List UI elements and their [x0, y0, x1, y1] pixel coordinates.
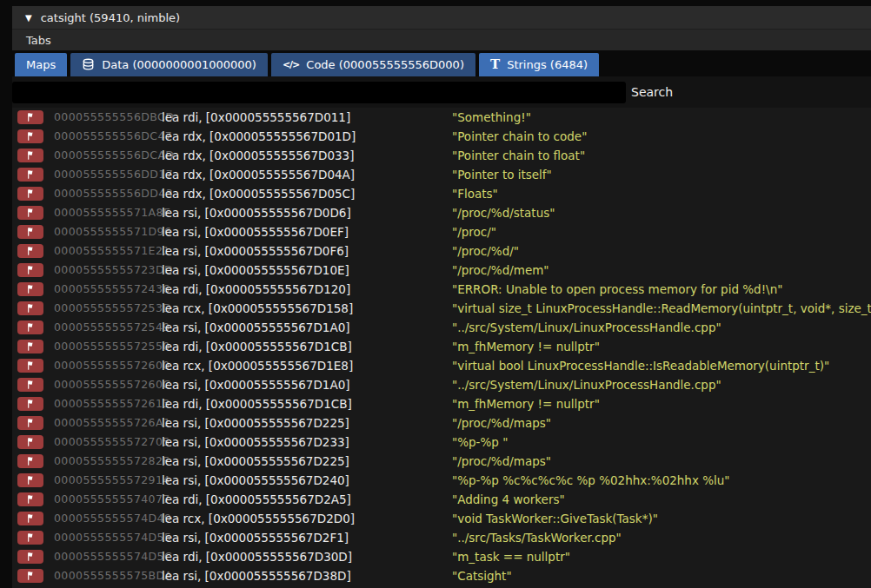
row-address: 000055555556DCAD: [54, 146, 174, 165]
row-instruction: lea rdi, [0x000055555567D2A5]: [162, 490, 351, 509]
flag-icon: [17, 301, 43, 315]
tab-data-label: Data (0000000001000000): [102, 58, 256, 71]
row-instruction: lea rdi, [0x000055555567D30D]: [162, 547, 352, 566]
row-string: "/proc/": [452, 222, 496, 241]
row-string: "virtual size_t LinuxProcessHandle::Read…: [452, 299, 871, 318]
flag-icon: [17, 378, 43, 392]
row-instruction: lea rdi, [0x000055555567D011]: [162, 108, 350, 127]
string-row[interactable]: 0000555555572705 lea rsi, [0x00005555556…: [12, 433, 871, 452]
string-row[interactable]: 0000555555572613 lea rdi, [0x00005555556…: [12, 394, 871, 413]
string-row[interactable]: 0000555555574D49 lea rcx, [0x00005555556…: [12, 509, 871, 528]
row-address: 0000555555572705: [54, 433, 170, 452]
string-row[interactable]: 0000555555572549 lea rsi, [0x00005555556…: [12, 318, 871, 337]
string-row[interactable]: 000055555556DCAD lea rdx, [0x00005555556…: [12, 146, 871, 165]
row-address: 0000555555572600: [54, 356, 170, 375]
flag-icon: [17, 512, 43, 525]
flag-icon: [17, 531, 43, 545]
collapse-triangle-icon[interactable]: ▼: [25, 13, 32, 23]
string-row[interactable]: 000055555556DD43 lea rdx, [0x00005555556…: [12, 184, 871, 203]
row-address: 000055555556DD43: [54, 184, 173, 203]
row-instruction: lea rdi, [0x000055555567D1CB]: [162, 394, 352, 413]
flag-icon: [17, 282, 43, 296]
tab-strip: Maps Data (0000000001000000) </> Code (0…: [12, 53, 871, 76]
row-string: "../src/System/Linux/LinuxProcessHandle.…: [452, 375, 721, 394]
string-row[interactable]: 0000555555572914 lea rsi, [0x00005555556…: [12, 471, 871, 490]
tab-code-label: Code (000055555556D000): [306, 58, 464, 71]
row-address: 0000555555572914: [54, 471, 170, 490]
flag-icon: [17, 225, 43, 239]
row-instruction: lea rcx, [0x000055555567D158]: [162, 299, 353, 318]
row-address: 0000555555571A8E: [54, 203, 170, 222]
string-row[interactable]: 0000555555571E21 lea rsi, [0x00005555556…: [12, 241, 871, 261]
tab-maps[interactable]: Maps: [15, 53, 67, 76]
row-string: "virtual bool LinuxProcessHandle::IsRead…: [452, 356, 829, 375]
row-string: "Adding 4 workers": [452, 490, 565, 509]
flag-icon: [17, 397, 43, 411]
row-address: 000055555557260C: [54, 375, 170, 394]
search-row: Search: [12, 76, 871, 108]
tab-data[interactable]: Data (0000000001000000): [70, 53, 268, 76]
flag-icon: [17, 340, 43, 353]
row-string: "m_fhMemory != nullptr": [452, 394, 600, 413]
string-row[interactable]: 000055555557253D lea rcx, [0x00005555556…: [12, 299, 871, 318]
row-address: 000055555556DBCD: [54, 108, 174, 127]
tab-maps-label: Maps: [26, 58, 56, 71]
string-row[interactable]: 0000555555571A8E lea rsi, [0x00005555556…: [12, 203, 871, 222]
row-instruction: lea rcx, [0x000055555567D1E8]: [162, 356, 353, 375]
row-instruction: lea rcx, [0x000055555567D2D0]: [162, 509, 355, 528]
string-row[interactable]: 000055555556DBCD lea rdi, [0x00005555556…: [12, 108, 871, 127]
row-string: "Something!": [452, 108, 531, 127]
flag-icon: [17, 454, 43, 468]
row-string: "Pointer chain to float": [452, 146, 585, 165]
string-row[interactable]: 0000555555574077 lea rdi, [0x00005555556…: [12, 490, 871, 509]
row-instruction: lea rsi, [0x000055555567D1A0]: [162, 375, 350, 394]
flag-icon: [17, 569, 43, 583]
strings-list[interactable]: 000055555556DBCD lea rdi, [0x00005555556…: [12, 108, 871, 588]
string-row[interactable]: 000055555557260C lea rsi, [0x00005555556…: [12, 375, 871, 394]
flag-icon: [17, 473, 43, 487]
string-row[interactable]: 00005555555726A1 lea rsi, [0x00005555556…: [12, 413, 871, 433]
row-instruction: lea rsi, [0x000055555567D240]: [162, 471, 349, 490]
string-row[interactable]: 0000555555571D96 lea rsi, [0x00005555556…: [12, 222, 871, 241]
row-string: "../src/Tasks/TaskWorker.cpp": [452, 528, 622, 547]
string-row[interactable]: 000055555556DC47 lea rdx, [0x00005555556…: [12, 127, 871, 146]
row-instruction: lea rdx, [0x000055555567D04A]: [162, 165, 355, 184]
string-row[interactable]: 00005555555723DD lea rsi, [0x00005555556…: [12, 261, 871, 280]
search-input[interactable]: [12, 82, 626, 103]
row-string: "/proc/%d/": [452, 241, 519, 261]
flag-icon: [17, 435, 43, 449]
flag-icon: [17, 263, 43, 277]
row-instruction: lea rdx, [0x000055555567D05C]: [162, 184, 355, 203]
string-row[interactable]: 000055555556DD17 lea rdx, [0x00005555556…: [12, 165, 871, 184]
flag-icon: [17, 129, 43, 143]
row-string: "../src/System/Linux/LinuxProcessHandle.…: [452, 318, 721, 337]
menu-bar: Tabs: [12, 29, 871, 50]
string-row[interactable]: 0000555555574D55 lea rsi, [0x00005555556…: [12, 528, 871, 547]
row-string: "Floats": [452, 184, 498, 203]
string-row[interactable]: 0000555555575BDA lea rsi, [0x00005555556…: [12, 566, 871, 585]
row-address: 000055555557282F: [54, 452, 170, 471]
row-instruction: lea rsi, [0x000055555567D38D]: [162, 566, 351, 585]
string-row[interactable]: 0000555555572550 lea rdi, [0x00005555556…: [12, 337, 871, 356]
text-icon: T: [490, 58, 500, 71]
app-window: ▼ catsight (59410, nimble) Tabs Maps Dat…: [12, 6, 871, 588]
row-address: 0000555555572549: [54, 318, 170, 337]
row-instruction: lea rdi, [0x000055555567D1CB]: [162, 337, 352, 356]
tab-code[interactable]: </> Code (000055555556D000): [271, 53, 475, 76]
row-string: "Catsight": [452, 566, 512, 585]
string-row[interactable]: 000055555557282F lea rsi, [0x00005555556…: [12, 452, 871, 471]
row-address: 0000555555574D49: [54, 509, 171, 528]
string-row[interactable]: 0000555555572600 lea rcx, [0x00005555556…: [12, 356, 871, 375]
row-address: 0000555555571D96: [54, 222, 171, 241]
row-address: 00005555555726A1: [54, 413, 170, 433]
flag-icon: [17, 149, 43, 162]
row-instruction: lea rdi, [0x000055555567D120]: [162, 280, 350, 299]
menu-item-tabs[interactable]: Tabs: [26, 34, 51, 47]
row-address: 0000555555574D55: [54, 528, 171, 547]
string-row[interactable]: 0000555555572436 lea rdi, [0x00005555556…: [12, 280, 871, 299]
tab-strings[interactable]: T Strings (6484): [479, 53, 599, 76]
row-instruction: lea rsi, [0x000055555567D225]: [162, 452, 349, 471]
row-instruction: lea rsi, [0x000055555567D0F6]: [162, 241, 349, 261]
flag-icon: [17, 244, 43, 258]
string-row[interactable]: 0000555555574D5C lea rdi, [0x00005555556…: [12, 547, 871, 566]
